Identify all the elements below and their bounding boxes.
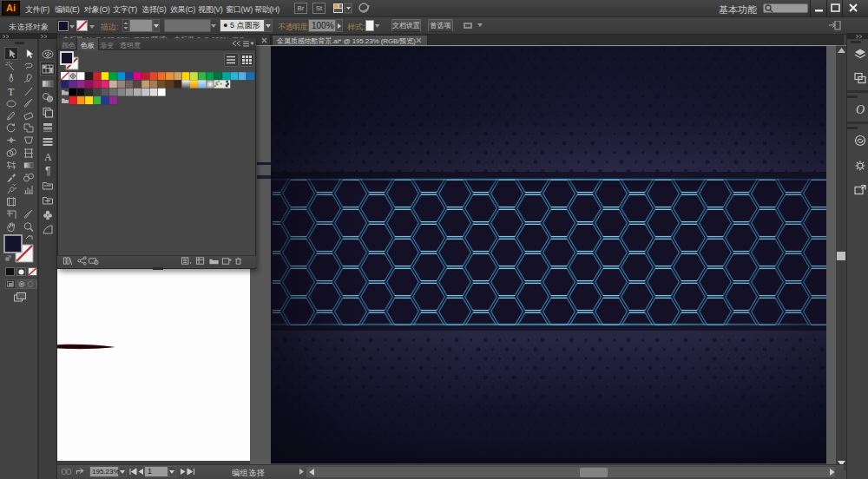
svg-text:O: O [856,103,865,115]
svg-text:T: T [8,86,15,97]
svg-text:¶: ¶ [45,165,50,176]
svg-text:A: A [44,151,52,162]
